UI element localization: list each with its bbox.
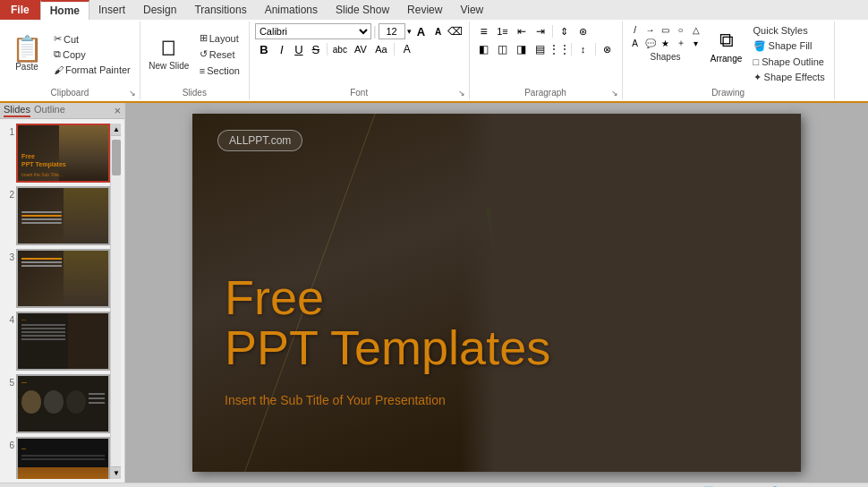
shape-effects-button[interactable]: ✦ Shape Effects (750, 70, 829, 85)
shape-outline-button[interactable]: □ Shape Outline (750, 55, 829, 69)
change-case-button[interactable]: Aa (371, 41, 391, 57)
shapes-row-1: / → ▭ ○ △ (628, 23, 703, 36)
slide-thumb-6[interactable]: — (16, 437, 110, 479)
outline-tab[interactable]: Outline (34, 104, 65, 117)
clear-format-button[interactable]: ⌫ (447, 23, 464, 39)
paragraph-label: Paragraph (470, 88, 622, 98)
slides-panel: Slides Outline × 1 FreePPT Templates Ins… (0, 103, 125, 483)
shape-callout-btn[interactable]: 💬 (643, 37, 658, 49)
line-spacing-button[interactable]: ↕ (574, 41, 592, 57)
tab-view[interactable]: View (451, 0, 492, 20)
numbered-list-button[interactable]: 1≡ (494, 23, 512, 39)
para-row-1: ≡ 1≡ ⇤ ⇥ ⇕ ⊛ (475, 23, 617, 39)
slide-thumb-5[interactable]: — (16, 374, 110, 433)
text-direction-button[interactable]: ⇕ (556, 23, 574, 39)
decrease-font-button[interactable]: A (431, 23, 446, 39)
tab-design[interactable]: Design (134, 0, 185, 20)
paragraph-group: ≡ 1≡ ⇤ ⇥ ⇕ ⊛ ◧ ◫ ◨ ▤ ⋮⋮ ↕ ⊗ Paragraph ↘ (470, 21, 623, 99)
slide-num-3: 3 (4, 252, 14, 262)
shape-arrow-btn[interactable]: → (643, 23, 658, 36)
slide-thumb-3[interactable] (16, 249, 110, 308)
shape-rect-btn[interactable]: ▭ (659, 23, 673, 36)
tab-slideshow[interactable]: Slide Show (327, 0, 398, 20)
tab-home[interactable]: Home (40, 0, 89, 20)
panel-tabs: Slides Outline (4, 104, 65, 117)
slide-thumb-4[interactable]: — (16, 312, 110, 371)
shape-plus-btn[interactable]: ＋ (674, 37, 688, 49)
quick-styles-button[interactable]: Quick Styles (750, 23, 829, 38)
italic-button[interactable]: I (274, 41, 290, 57)
shape-tri-btn[interactable]: △ (689, 23, 703, 36)
increase-font-button[interactable]: A (413, 23, 430, 39)
font-size-input[interactable] (379, 23, 405, 39)
justify-button[interactable]: ▤ (532, 41, 549, 57)
smart-art-button[interactable]: ⊗ (599, 41, 617, 57)
format-painter-button[interactable]: 🖌 Format Painter (50, 63, 134, 77)
text-shadow-button[interactable]: abc (330, 41, 350, 57)
strikethrough-button[interactable]: S (308, 41, 324, 57)
shapes-row-2: A 💬 ★ ＋ ▾ (628, 37, 703, 49)
section-button[interactable]: ≡ Section (196, 64, 243, 78)
arrange-icon: ⧉ (719, 29, 734, 52)
paragraph-expand-icon[interactable]: ↘ (611, 89, 618, 98)
scroll-up-arrow[interactable]: ▲ (111, 124, 121, 136)
columns-button[interactable]: ⋮⋮ (550, 41, 568, 57)
convert-smartart-button[interactable]: ⊛ (574, 23, 592, 39)
clipboard-small-buttons: ✂ Cut ⧉ Copy 🖌 Format Painter (50, 32, 134, 77)
slide-thumb-1[interactable]: FreePPT Templates Insert the Sub Title..… (16, 124, 110, 183)
slide-thumb-2[interactable] (16, 186, 110, 245)
scroll-thumb[interactable] (112, 140, 121, 175)
shape-circle-btn[interactable]: ○ (674, 23, 688, 36)
title-bar: File Home Insert Design Transitions Anim… (0, 0, 868, 20)
tab-review[interactable]: Review (398, 0, 451, 20)
arrange-button[interactable]: ⧉ Arrange (707, 23, 746, 68)
paste-button[interactable]: 📋 Paste (5, 32, 48, 77)
new-slide-button[interactable]: 🗌 New Slide (146, 32, 192, 77)
align-center-button[interactable]: ◫ (494, 41, 512, 57)
slide-num-2: 2 (4, 190, 14, 200)
panel-scrollbar[interactable]: ▲ ▼ (110, 124, 121, 479)
shape-fill-button[interactable]: 🪣 Shape Fill (750, 38, 829, 54)
shape-star-btn[interactable]: ★ (659, 37, 673, 49)
increase-indent-button[interactable]: ⇥ (532, 23, 549, 39)
shape-textbox-btn[interactable]: A (628, 37, 642, 49)
tab-transitions[interactable]: Transitions (185, 0, 255, 20)
slides-tab[interactable]: Slides (4, 104, 30, 117)
font-color-button[interactable]: A (397, 41, 417, 57)
slides-group-content: 🗌 New Slide ⊞ Layout ↺ Reset ≡ Section (146, 23, 243, 98)
font-size-arrow[interactable]: ▾ (407, 27, 412, 36)
bold-button[interactable]: B (255, 41, 273, 57)
tab-animations[interactable]: Animations (256, 0, 327, 20)
reset-button[interactable]: ↺ Reset (196, 47, 243, 62)
layout-button[interactable]: ⊞ Layout (196, 31, 243, 46)
file-tab[interactable]: File (0, 0, 40, 20)
layout-icon: ⊞ (200, 32, 208, 44)
bullets-button[interactable]: ≡ (475, 23, 493, 39)
underline-button[interactable]: U (291, 41, 307, 57)
decrease-indent-button[interactable]: ⇤ (513, 23, 531, 39)
slides-panel-scrollable: 1 FreePPT Templates Insert the Sub Title… (4, 124, 121, 479)
para-row-2: ◧ ◫ ◨ ▤ ⋮⋮ ↕ ⊗ (475, 41, 617, 57)
char-spacing-button[interactable]: AV (351, 41, 370, 57)
shape-outline-icon: □ (753, 56, 760, 67)
scroll-down-arrow[interactable]: ▼ (111, 466, 121, 479)
clipboard-group: 📋 Paste ✂ Cut ⧉ Copy 🖌 Format Painter Cl… (0, 21, 140, 99)
align-right-button[interactable]: ◨ (513, 41, 531, 57)
tab-insert[interactable]: Insert (89, 0, 134, 20)
panel-close-button[interactable]: × (114, 105, 121, 116)
clipboard-expand-icon[interactable]: ↘ (129, 89, 136, 98)
ribbon-tabs-bar: Home Insert Design Transitions Animation… (40, 0, 493, 20)
shape-line-btn[interactable]: / (628, 23, 642, 36)
cut-button[interactable]: ✂ Cut (50, 32, 134, 47)
font-family-select[interactable]: Calibri (255, 23, 371, 39)
slide-thumb-container-1: 1 FreePPT Templates Insert the Sub Title… (4, 124, 110, 183)
align-left-button[interactable]: ◧ (475, 41, 493, 57)
font-row-1: Calibri | ▾ A A ⌫ (255, 23, 464, 39)
shape-more-btn[interactable]: ▾ (689, 37, 703, 49)
font-expand-icon[interactable]: ↘ (458, 89, 465, 98)
canvas-area: ALLPPT.com Free PPT Templates Insert the… (125, 103, 868, 483)
slide-canvas[interactable]: ALLPPT.com Free PPT Templates Insert the… (192, 114, 801, 472)
slides-group: 🗌 New Slide ⊞ Layout ↺ Reset ≡ Section S… (140, 21, 250, 99)
copy-button[interactable]: ⧉ Copy (50, 47, 134, 62)
paste-icon: 📋 (12, 37, 43, 62)
